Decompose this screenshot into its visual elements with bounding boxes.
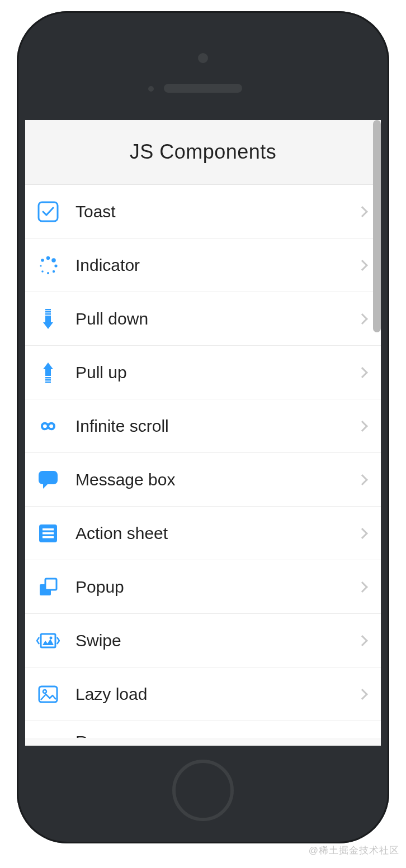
list-item-label: Indicator <box>75 256 358 275</box>
svg-point-2 <box>51 258 56 263</box>
chevron-right-icon <box>357 260 368 271</box>
chevron-right-icon <box>357 206 368 217</box>
svg-rect-11 <box>45 313 51 315</box>
list-item-label: Range <box>75 732 370 738</box>
svg-rect-20 <box>43 532 54 535</box>
home-button[interactable] <box>172 760 234 821</box>
svg-rect-12 <box>45 316 51 322</box>
svg-rect-23 <box>45 579 56 590</box>
svg-rect-16 <box>45 381 51 383</box>
list-item-indicator[interactable]: Indicator <box>25 239 381 292</box>
component-list: Toast Indicator <box>25 184 381 738</box>
svg-rect-19 <box>43 528 54 531</box>
phone-frame: JS Components Toast <box>17 11 389 843</box>
svg-point-7 <box>40 265 41 266</box>
page-title: JS Components <box>130 140 277 164</box>
list-item-label: Message box <box>75 470 358 489</box>
toast-icon <box>36 200 60 223</box>
list-item-pull-down[interactable]: Pull down <box>25 292 381 346</box>
phone-speaker <box>164 84 242 93</box>
list-item-range[interactable]: Range <box>25 721 381 738</box>
scrollbar[interactable] <box>373 120 381 332</box>
svg-point-6 <box>41 270 44 273</box>
list-item-label: Action sheet <box>75 524 358 543</box>
list-item-infinite-scroll[interactable]: Infinite scroll <box>25 399 381 453</box>
svg-rect-10 <box>45 311 51 313</box>
phone-camera <box>198 53 208 63</box>
list-item-popup[interactable]: Popup <box>25 560 381 614</box>
list-item-label: Infinite scroll <box>75 417 358 436</box>
page-header: JS Components <box>25 120 381 184</box>
range-icon <box>36 732 60 738</box>
chevron-right-icon <box>357 581 368 593</box>
list-item-label: Lazy load <box>75 685 358 704</box>
svg-rect-13 <box>45 369 51 376</box>
svg-rect-24 <box>41 634 55 647</box>
chevron-right-icon <box>357 367 368 378</box>
list-item-label: Swipe <box>75 631 358 650</box>
list-item-message-box[interactable]: Message box <box>25 453 381 507</box>
screen: JS Components Toast <box>25 120 381 746</box>
chevron-right-icon <box>357 421 368 432</box>
chevron-right-icon <box>357 635 368 646</box>
svg-rect-14 <box>45 377 51 379</box>
list-item-label: Pull down <box>75 309 358 328</box>
svg-point-5 <box>47 272 49 274</box>
chevron-right-icon <box>357 474 368 485</box>
message-box-icon <box>36 468 60 492</box>
chevron-right-icon <box>357 689 368 700</box>
indicator-icon <box>36 254 60 277</box>
watermark: @稀土掘金技术社区 <box>309 844 399 857</box>
list-item-toast[interactable]: Toast <box>25 185 381 239</box>
list-item-label: Popup <box>75 578 358 597</box>
chevron-right-icon <box>357 528 368 539</box>
lazy-load-icon <box>36 683 60 706</box>
list-item-action-sheet[interactable]: Action sheet <box>25 507 381 560</box>
svg-point-25 <box>50 636 53 639</box>
svg-point-1 <box>46 256 50 259</box>
action-sheet-icon <box>36 522 60 545</box>
phone-sensor <box>148 86 154 92</box>
svg-point-4 <box>53 270 55 272</box>
list-item-swipe[interactable]: Swipe <box>25 614 381 667</box>
svg-point-27 <box>43 690 46 693</box>
svg-rect-15 <box>45 379 51 381</box>
pull-up-icon <box>36 361 60 384</box>
svg-rect-0 <box>39 202 58 221</box>
infinite-icon <box>36 414 60 438</box>
list-item-label: Pull up <box>75 363 358 382</box>
list-item-label: Toast <box>75 202 358 221</box>
svg-point-8 <box>41 259 44 262</box>
svg-rect-17 <box>39 471 58 484</box>
popup-icon <box>36 575 60 599</box>
list-item-lazy-load[interactable]: Lazy load <box>25 667 381 721</box>
list-item-pull-up[interactable]: Pull up <box>25 346 381 399</box>
chevron-right-icon <box>357 313 368 325</box>
svg-point-3 <box>54 264 57 267</box>
svg-rect-21 <box>43 536 54 538</box>
swipe-icon <box>36 629 60 652</box>
pull-down-icon <box>36 307 60 331</box>
svg-rect-9 <box>45 309 51 311</box>
